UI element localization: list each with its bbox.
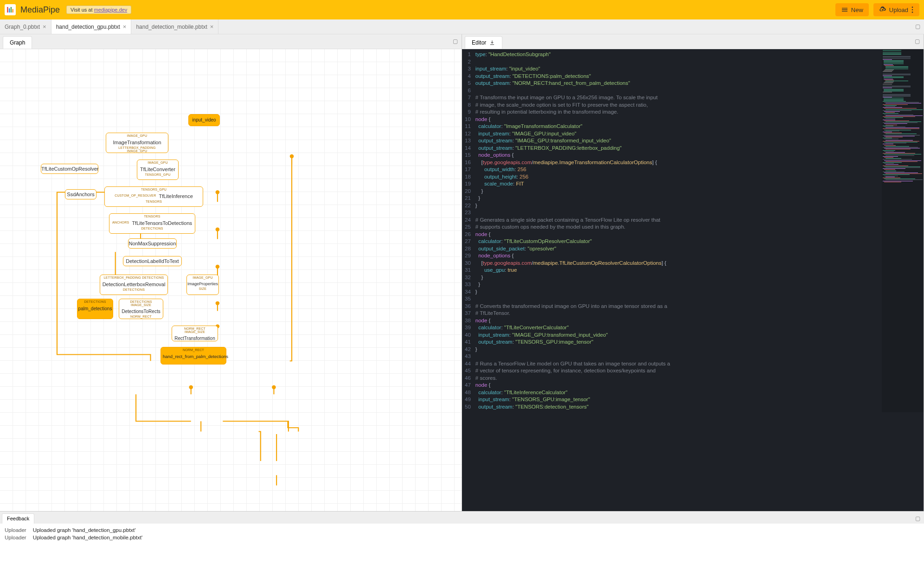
app-header: MediaPipe Visit us at mediapipe.dev New … [0, 0, 924, 19]
graph-canvas[interactable]: input_video IMAGE_GPUImageTransformation… [0, 49, 462, 511]
svg-rect-3 [13, 9, 13, 13]
feedback-panel: Feedback ▢ UploaderUploaded graph 'hand_… [0, 511, 924, 576]
svg-point-10 [216, 265, 220, 269]
node-label-id[interactable]: DetectionLabelIdToText [123, 256, 182, 266]
svg-rect-1 [9, 8, 10, 13]
tab-graph[interactable]: Graph [3, 36, 32, 49]
node-nms[interactable]: NonMaxSuppression [128, 238, 177, 249]
node-tflite-converter[interactable]: IMAGE_GPUTfLiteConverterTENSORS_GPU [137, 160, 179, 180]
close-icon[interactable]: × [123, 23, 127, 30]
node-hand-rect[interactable]: NORM_RECThand_rect_from_palm_detections [160, 347, 226, 365]
svg-point-15 [272, 385, 276, 389]
menu-icon [841, 6, 848, 13]
node-tflite-customop[interactable]: TfLiteCustomOpResolver [41, 164, 98, 174]
close-icon[interactable]: × [43, 23, 46, 30]
minimap[interactable] [882, 49, 924, 412]
svg-point-9 [216, 228, 220, 231]
file-tab-0[interactable]: Graph_0.pbtxt× [0, 19, 51, 34]
logo-icon [5, 4, 16, 15]
svg-point-7 [290, 154, 294, 158]
cloud-upload-icon [879, 6, 886, 13]
node-input-video[interactable]: input_video [188, 114, 220, 126]
svg-rect-0 [7, 7, 8, 13]
upload-button[interactable]: Upload [873, 3, 919, 16]
node-detections-to-rects[interactable]: DETECTIONS IMAGE_SIZEDetectionsToRectsNO… [119, 299, 163, 319]
tab-editor[interactable]: Editor [465, 36, 502, 49]
visit-link[interactable]: mediapipe.dev [94, 7, 128, 13]
node-palm-detections[interactable]: DETECTIONSpalm_detections [77, 299, 113, 319]
node-ssd-anchors[interactable]: SsdAnchors [65, 189, 96, 199]
panel-maximize-icon[interactable]: ▢ [911, 512, 924, 524]
panel-maximize-icon[interactable]: ▢ [449, 34, 462, 49]
node-letterbox-removal[interactable]: LETTERBOX_PADDING DETECTIONSDetectionLet… [100, 275, 168, 295]
tab-feedback[interactable]: Feedback [2, 513, 34, 524]
editor-panel: Editor ▢ 1234567891011121314151617181920… [462, 34, 924, 511]
close-icon[interactable]: × [210, 23, 214, 30]
file-tabs: Graph_0.pbtxt×hand_detection_gpu.pbtxt×h… [0, 19, 924, 34]
node-image-properties[interactable]: IMAGE_GPUImagePropertiesSIZE [186, 275, 219, 295]
feedback-row: UploaderUploaded graph 'hand_detection_g… [5, 526, 919, 534]
graph-panel: Graph ▢ [0, 34, 462, 511]
more-icon [911, 6, 914, 13]
svg-rect-2 [11, 7, 12, 13]
maximize-icon[interactable]: ▢ [911, 19, 924, 34]
feedback-row: UploaderUploaded graph 'hand_detection_m… [5, 534, 919, 541]
app-name: MediaPipe [20, 5, 60, 15]
panel-maximize-icon[interactable]: ▢ [911, 34, 924, 49]
file-tab-2[interactable]: hand_detection_mobile.pbtxt× [131, 19, 218, 34]
logo: MediaPipe [5, 4, 60, 15]
node-tensors-to-detections[interactable]: TENSORSANCHORSTfLiteTensorsToDetectionsD… [109, 213, 195, 234]
line-gutter: 1234567891011121314151617181920212223242… [462, 49, 475, 412]
svg-point-5 [912, 9, 913, 11]
svg-point-14 [189, 385, 193, 389]
svg-point-6 [912, 12, 913, 13]
code-editor[interactable]: 1234567891011121314151617181920212223242… [462, 49, 924, 412]
svg-point-11 [216, 301, 220, 305]
node-rect-transformation[interactable]: NORM_RECT IMAGE_SIZERectTransformation [172, 326, 218, 341]
node-tflite-inference[interactable]: TENSORS_GPUCUSTOM_OP_RESOLVERTfLiteInfer… [104, 186, 203, 207]
file-tab-1[interactable]: hand_detection_gpu.pbtxt× [51, 19, 132, 34]
node-image-transformation[interactable]: IMAGE_GPUImageTransformationLETTERBOX_PA… [106, 133, 168, 153]
visit-badge: Visit us at mediapipe.dev [66, 6, 131, 14]
new-button[interactable]: New [835, 3, 869, 16]
svg-point-8 [216, 190, 220, 194]
svg-point-4 [912, 6, 913, 8]
download-icon[interactable] [489, 39, 495, 46]
